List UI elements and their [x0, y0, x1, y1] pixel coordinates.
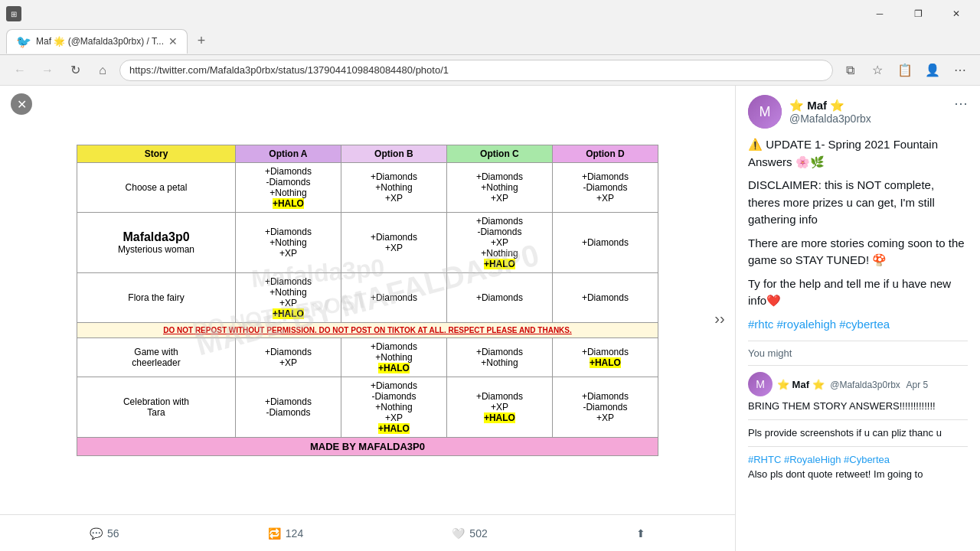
tweet-line4: Ty for the help and tell me if u have ne…	[748, 276, 968, 310]
browser-chrome: ⊞ ─ ❐ ✕ 🐦 Maf 🌟 (@Mafalda3p0rbx) / T... …	[0, 0, 980, 86]
browser-nav-icons: ⧉ ☆ 📋 👤 ⋯	[839, 60, 971, 81]
table-row: Mafalda3p0 Mysterious woman +Diamonds+No…	[77, 212, 658, 272]
reply-star-icon: ⭐	[777, 379, 789, 390]
reply-text-3: #RHTC #RoyaleHigh #Cybertea Also pls don…	[748, 453, 968, 481]
story-cell: Celebration withTara	[77, 377, 236, 437]
reply-avatar-1: M	[748, 372, 773, 396]
share-icon: ⬆	[636, 527, 645, 540]
option-b-cell: +Diamonds+Nothing+XP	[341, 162, 446, 212]
avatar: M	[748, 95, 782, 129]
hashtag-royalehigh2[interactable]: #RoyaleHigh	[784, 454, 841, 465]
more-button[interactable]: ⋯	[949, 60, 971, 81]
option-c-cell: +Diamonds+XP+HALO	[446, 377, 552, 437]
home-button[interactable]: ⌂	[92, 60, 113, 81]
hashtag-cybertea[interactable]: #cybertea	[839, 318, 890, 331]
extensions-button[interactable]: ⧉	[839, 60, 861, 81]
profile-button[interactable]: 👤	[922, 60, 943, 81]
option-a-cell: +Diamonds-Diamonds	[235, 377, 341, 437]
favorites-button[interactable]: ☆	[867, 60, 888, 81]
divider2	[748, 365, 968, 366]
fountain-table: Story Option A Option B Option C Option …	[77, 145, 658, 456]
option-a-cell: +Diamonds+XP	[235, 337, 341, 377]
author-name: ⭐ Maf ⭐	[789, 99, 871, 112]
option-a-cell: +Diamonds-Diamonds+Nothing+HALO	[235, 162, 341, 212]
option-c-cell: +Diamonds-Diamonds+XP+Nothing+HALO	[446, 212, 552, 272]
share-button[interactable]: ⬆	[636, 527, 645, 540]
star2-icon: ⭐	[830, 99, 844, 112]
option-a-cell: +Diamonds+Nothing+XP+HALO	[235, 272, 341, 322]
maximize-button[interactable]: ❐	[900, 2, 936, 26]
divider3	[748, 419, 968, 420]
footer-row: MADE BY MAFALDA3P0	[77, 437, 658, 455]
bottom-action-bar: 💬 56 🔁 124 🤍 502 ⬆	[0, 514, 735, 551]
tweet-header: M ⭐ Maf ⭐ @Mafalda3p0rbx ⋯	[748, 95, 968, 129]
tab-bar: 🐦 Maf 🌟 (@Mafalda3p0rbx) / T... ✕ +	[0, 28, 980, 55]
hashtag-cybertea2[interactable]: #Cybertea	[844, 454, 890, 465]
option-d-cell: +Diamonds+HALO	[552, 337, 658, 377]
hashtag-royalehigh[interactable]: #royalehigh	[777, 318, 837, 331]
star-icon: ⭐	[789, 99, 804, 112]
like-button[interactable]: 🤍 502	[452, 527, 487, 540]
address-bar[interactable]: https://twitter.com/Mafalda3p0rbx/status…	[119, 60, 833, 81]
more-options-button[interactable]: ⋯	[954, 95, 968, 112]
footer-cell: MADE BY MAFALDA3P0	[77, 437, 658, 455]
active-tab[interactable]: 🐦 Maf 🌟 (@Mafalda3p0rbx) / T... ✕	[6, 29, 188, 54]
divider4	[748, 446, 968, 447]
story-cell: Flora the fairy	[77, 272, 236, 322]
retweet-icon: 🔁	[268, 527, 281, 540]
option-c-cell: +Diamonds	[446, 272, 552, 322]
tweet-line2: DISCLAIMER: this is NOT complete, theres…	[748, 177, 968, 229]
table-row: Choose a petal +Diamonds-Diamonds+Nothin…	[77, 162, 658, 212]
close-window-button[interactable]: ✕	[939, 2, 974, 26]
option-a-cell: +Diamonds+Nothing+XP	[235, 212, 341, 272]
reply-tweet-3: #RHTC #RoyaleHigh #Cybertea Also pls don…	[748, 453, 968, 481]
option-d-cell: +Diamonds-Diamonds+XP	[552, 377, 658, 437]
image-container: MADE BY MAFALDA3P0 DO NOT REPOST Mafalda…	[0, 86, 735, 514]
reply-star2-icon: ⭐	[812, 379, 825, 390]
photo-viewer: ✕ ›› MADE BY MAFALDA3P0 DO NOT REPOST Ma…	[0, 86, 735, 551]
hashtag-rhtc[interactable]: #rhtc	[748, 318, 773, 331]
col-header-d: Option D	[552, 145, 658, 162]
tweet-panel: M ⭐ Maf ⭐ @Mafalda3p0rbx ⋯ ⚠️ UPDATE 1- …	[735, 86, 980, 551]
tab-close-button[interactable]: ✕	[168, 35, 178, 47]
author-handle: @Mafalda3p0rbx	[789, 112, 871, 125]
author-info: ⭐ Maf ⭐ @Mafalda3p0rbx	[789, 99, 871, 125]
tweet-hashtags[interactable]: #rhtc #royalehigh #cybertea	[748, 316, 968, 334]
table-row: Game withcheerleader +Diamonds+XP +Diamo…	[77, 337, 658, 377]
heart-icon: 🤍	[452, 527, 465, 540]
reply-button[interactable]: 💬 56	[90, 527, 119, 540]
reply-handle-1: @Mafalda3p0rbx	[830, 380, 900, 390]
retweet-button[interactable]: 🔁 124	[268, 527, 303, 540]
browser-logo: ⊞	[6, 6, 21, 21]
col-header-b: Option B	[341, 145, 446, 162]
forward-button[interactable]: →	[37, 60, 58, 81]
like-count: 502	[469, 527, 487, 540]
table-row: Celebration withTara +Diamonds-Diamonds …	[77, 377, 658, 437]
reply-author-1: M ⭐ Maf ⭐ @Mafalda3p0rbx Apr 5	[748, 372, 968, 396]
refresh-button[interactable]: ↻	[64, 60, 86, 81]
title-bar: ⊞ ─ ❐ ✕	[0, 0, 980, 28]
main-content: ✕ ›› MADE BY MAFALDA3P0 DO NOT REPOST Ma…	[0, 86, 980, 551]
hashtag-rhtc2[interactable]: #RHTC	[748, 454, 781, 465]
close-viewer-button[interactable]: ✕	[11, 93, 32, 115]
option-c-cell: +Diamonds+Nothing+XP	[446, 162, 552, 212]
reply-tweet-2: Pls provide screenshots if u can pliz th…	[748, 426, 968, 440]
reply-name-1: ⭐ Maf ⭐	[777, 379, 827, 390]
option-b-cell: +Diamonds-Diamonds+Nothing+XP+HALO	[341, 377, 446, 437]
reply-author-info-1: ⭐ Maf ⭐ @Mafalda3p0rbx Apr 5	[777, 379, 928, 390]
url-text: https://twitter.com/Mafalda3p0rbx/status…	[129, 64, 449, 76]
col-header-a: Option A	[235, 145, 341, 162]
next-photo-button[interactable]: ››	[704, 295, 735, 341]
tweet-line1: ⚠️ UPDATE 1- Spring 2021 Fountain Answer…	[748, 136, 968, 171]
reply-icon: 💬	[90, 527, 103, 540]
option-c-cell: +Diamonds+Nothing	[446, 337, 552, 377]
new-tab-button[interactable]: +	[191, 31, 212, 52]
table-row: Flora the fairy +Diamonds+Nothing+XP+HAL…	[77, 272, 658, 322]
story-cell: Game withcheerleader	[77, 337, 236, 377]
minimize-button[interactable]: ─	[862, 2, 897, 26]
collections-button[interactable]: 📋	[894, 60, 916, 81]
option-b-cell: +Diamonds+XP	[341, 212, 446, 272]
retweet-count: 124	[286, 527, 303, 540]
col-header-story: Story	[77, 145, 236, 162]
back-button[interactable]: ←	[9, 60, 31, 81]
